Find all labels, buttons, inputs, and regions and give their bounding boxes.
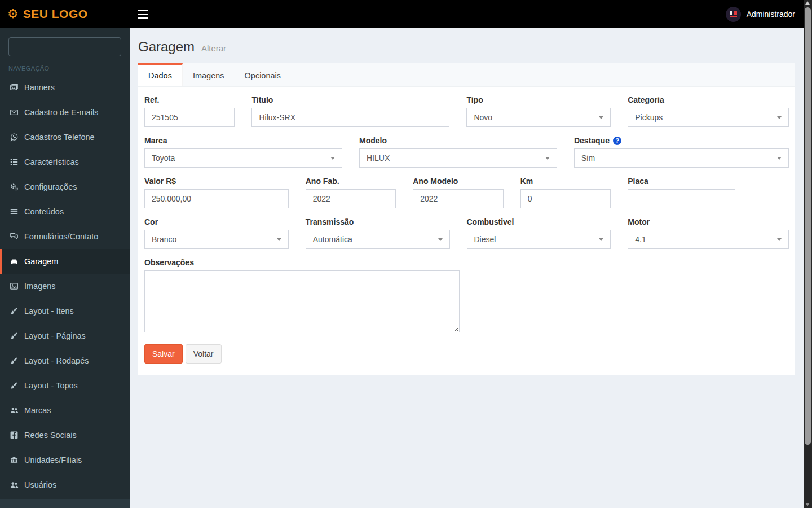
sidebar-item-imagens[interactable]: Imagens [0, 274, 130, 299]
page-subtitle: Alterar [201, 43, 226, 53]
sidebar-item-cadastros-telefone[interactable]: Cadastros Telefone [0, 125, 130, 150]
chevron-down-icon [599, 238, 603, 241]
categoria-select[interactable]: Pickups [628, 108, 789, 127]
transmissao-label: Transmissão [306, 217, 450, 226]
sidebar-menu: Banners Cadastro de E-mails Cadastros Te… [0, 75, 130, 497]
ano-fab-label: Ano Fab. [306, 177, 396, 186]
chevron-down-icon [277, 238, 281, 241]
user-menu[interactable]: Administrador [726, 0, 795, 28]
sidebar-item-layout-topos[interactable]: Layout - Topos [0, 373, 130, 398]
sidebar-item-label: Cadastro de E-mails [24, 108, 98, 117]
sidebar-item-label: Conteúdos [24, 207, 64, 216]
combustivel-label: Combustivel [467, 217, 611, 226]
sidebar-item-unidades-filiais[interactable]: Unidades/Filiais [0, 448, 130, 472]
question-circle-icon[interactable]: ? [613, 137, 621, 145]
whatsapp-icon [9, 133, 19, 142]
sidebar-item-label: Layout - Itens [24, 306, 74, 316]
avatar [726, 7, 741, 22]
transmissao-value: Automática [313, 235, 352, 244]
marca-value: Toyota [152, 154, 175, 163]
sidebar-item-caracteristicas[interactable]: Características [0, 150, 130, 174]
motor-value: 4.1 [635, 235, 646, 244]
users-icon [9, 406, 19, 415]
images-icon [9, 83, 19, 92]
combustivel-value: Diesel [474, 235, 496, 244]
ano-modelo-label: Ano Modelo [413, 177, 503, 186]
km-input[interactable] [520, 189, 611, 208]
sidebar-item-marcas[interactable]: Marcas [0, 398, 130, 423]
sidebar-item-layout-paginas[interactable]: Layout - Páginas [0, 323, 130, 348]
titulo-label: Titulo [251, 95, 449, 104]
bars-icon [9, 207, 19, 216]
sidebar-item-label: Formulários/Contato [24, 232, 98, 241]
motor-select[interactable]: 4.1 [628, 230, 789, 249]
transmissao-select[interactable]: Automática [306, 230, 450, 249]
sidebar-item-label: Layout - Topos [24, 381, 78, 390]
paintbrush-icon [9, 306, 19, 316]
valor-input[interactable] [144, 189, 289, 208]
ref-label: Ref. [144, 95, 235, 104]
ano-modelo-input[interactable] [413, 189, 503, 208]
sidebar-item-conteudos[interactable]: Conteúdos [0, 199, 130, 224]
sidebar-item-label: Usuários [24, 480, 56, 489]
sidebar-item-formularios-contato[interactable]: Formulários/Contato [0, 224, 130, 249]
sidebar-toggle-hamburger-icon[interactable] [138, 10, 148, 19]
tab-imagens[interactable]: Imagens [183, 63, 235, 86]
sidebar-item-cadastro-emails[interactable]: Cadastro de E-mails [0, 100, 130, 125]
car-icon [9, 257, 19, 266]
sidebar-item-label: Layout - Páginas [24, 331, 86, 340]
placa-input[interactable] [628, 189, 735, 208]
chevron-down-icon [777, 238, 782, 241]
observacoes-label: Observações [144, 258, 460, 267]
modelo-select[interactable]: HILUX [359, 148, 557, 168]
sidebar-item-layout-rodapes[interactable]: Layout - Rodapés [0, 348, 130, 373]
destaque-select[interactable]: Sim [574, 148, 789, 168]
sidebar: NAVEGAÇÃO Banners Cadastro de E-mails Ca… [0, 28, 130, 508]
ano-fab-input[interactable] [306, 189, 396, 208]
page-title: Garagem [138, 39, 195, 54]
sidebar-item-label: Garagem [24, 257, 58, 266]
topbar: ⚙ SEU LOGO Administrador [0, 0, 812, 28]
window-scrollbar[interactable] [804, 0, 812, 508]
destaque-label-text: Destaque [574, 136, 610, 145]
categoria-label: Categoria [628, 95, 789, 104]
form-dados: Ref. Titulo Tipo Novo Categoria [138, 87, 795, 375]
scroll-down-arrow-icon[interactable] [805, 503, 810, 506]
modelo-label: Modelo [359, 136, 557, 145]
scrollbar-thumb[interactable] [805, 7, 811, 445]
cor-label: Cor [144, 217, 289, 226]
bank-icon [9, 456, 19, 465]
destaque-value: Sim [581, 154, 595, 163]
app-logo[interactable]: ⚙ SEU LOGO [0, 0, 130, 28]
sidebar-item-layout-itens[interactable]: Layout - Itens [0, 299, 130, 323]
ref-input[interactable] [144, 108, 235, 127]
main-content: Garagem Alterar Dados Imagens Opcionais … [130, 28, 804, 382]
sidebar-item-label: Características [24, 157, 79, 167]
chevron-down-icon [777, 157, 782, 160]
tipo-label: Tipo [466, 95, 611, 104]
sidebar-item-configuracoes[interactable]: Configurações [0, 174, 130, 199]
logo-text: SEU LOGO [23, 7, 88, 21]
save-button[interactable]: Salvar [144, 344, 183, 364]
garagem-panel: Dados Imagens Opcionais Ref. Titulo Tipo… [138, 63, 795, 375]
scroll-up-arrow-icon[interactable] [805, 1, 810, 5]
sidebar-item-usuarios[interactable]: Usuários [0, 472, 130, 497]
sidebar-item-garagem[interactable]: Garagem [0, 249, 130, 274]
sidebar-item-label: Configurações [24, 182, 77, 191]
sidebar-bottom-strip [0, 499, 130, 508]
observacoes-textarea[interactable] [144, 270, 460, 332]
paintbrush-icon [9, 356, 19, 365]
sidebar-item-label: Layout - Rodapés [24, 356, 89, 365]
cor-select[interactable]: Branco [144, 230, 289, 249]
back-button[interactable]: Voltar [186, 344, 222, 364]
sidebar-item-redes-sociais[interactable]: Redes Sociais [0, 423, 130, 448]
tipo-select[interactable]: Novo [466, 108, 611, 127]
sidebar-item-banners[interactable]: Banners [0, 75, 130, 100]
marca-select[interactable]: Toyota [144, 148, 342, 168]
search-input[interactable] [8, 37, 121, 56]
titulo-input[interactable] [251, 108, 449, 127]
tab-opcionais[interactable]: Opcionais [235, 63, 291, 86]
cor-value: Branco [152, 235, 176, 244]
combustivel-select[interactable]: Diesel [467, 230, 611, 249]
tab-dados[interactable]: Dados [138, 63, 183, 86]
